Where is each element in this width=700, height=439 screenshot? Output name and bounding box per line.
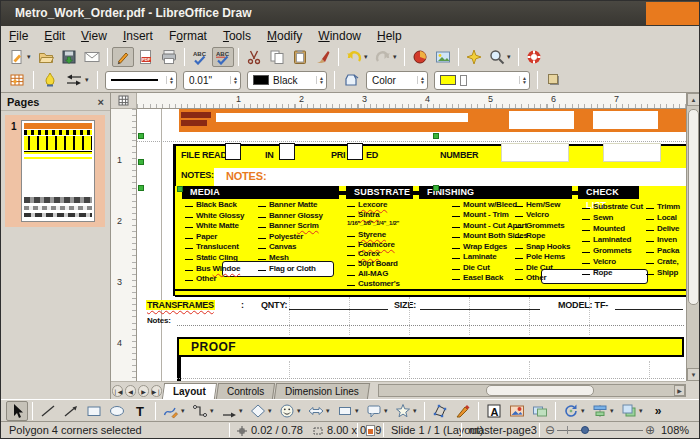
arrange-dropdown-icon[interactable]: ▾ xyxy=(639,407,646,415)
line-ends-style-icon[interactable] xyxy=(63,70,85,90)
ellipse-icon[interactable] xyxy=(106,401,128,421)
horizontal-ruler[interactable]: 1234567 xyxy=(137,93,686,109)
menu-insert[interactable]: Insert xyxy=(115,27,161,45)
callout-icon[interactable] xyxy=(363,401,385,421)
redo-icon[interactable] xyxy=(372,47,394,67)
connector-icon[interactable] xyxy=(189,401,211,421)
horizontal-scroll-thumb[interactable] xyxy=(486,385,594,396)
basic-shapes-dropdown-icon[interactable]: ▾ xyxy=(268,407,275,415)
rotate-dropdown-icon[interactable]: ▾ xyxy=(581,407,588,415)
curve-dropdown-icon[interactable]: ▾ xyxy=(181,407,188,415)
selection-handle[interactable] xyxy=(138,159,144,165)
new-document-dropdown-icon[interactable]: ▾ xyxy=(27,53,34,61)
selection-handle[interactable] xyxy=(177,186,183,192)
callout-dropdown-icon[interactable]: ▾ xyxy=(384,407,391,415)
tab-controls[interactable]: Controls xyxy=(216,383,275,399)
shadow-icon[interactable] xyxy=(543,70,565,90)
block-arrows-dropdown-icon[interactable]: ▾ xyxy=(326,407,333,415)
star-icon[interactable] xyxy=(392,401,414,421)
image-icon[interactable] xyxy=(432,47,454,67)
tab-layout[interactable]: Layout xyxy=(162,383,217,399)
zoom-out-icon[interactable]: ⊖ xyxy=(545,423,555,437)
menu-format[interactable]: Format xyxy=(161,27,215,45)
rect-icon[interactable] xyxy=(83,401,105,421)
page-thumbnail[interactable] xyxy=(21,120,95,222)
chart-icon[interactable] xyxy=(409,47,431,67)
first-page-tab-icon[interactable]: ❘◀ xyxy=(112,385,123,397)
line-icon[interactable] xyxy=(37,401,59,421)
line-arrow-icon[interactable] xyxy=(218,401,240,421)
line-width-input[interactable]: 0.01"▲▼ xyxy=(183,71,241,90)
zoom-dropdown-icon[interactable]: ▾ xyxy=(507,53,514,61)
horizontal-scrollbar[interactable]: ▶ xyxy=(378,384,686,397)
paste-icon[interactable] xyxy=(289,47,311,67)
selection-handle[interactable] xyxy=(138,185,144,191)
vertical-scrollbar[interactable]: ▲ ▼ xyxy=(686,93,699,381)
area-style-icon[interactable] xyxy=(340,70,362,90)
next-page-tab-icon[interactable]: ▶ xyxy=(138,385,149,397)
help-icon[interactable] xyxy=(523,47,545,67)
navigator-icon[interactable] xyxy=(463,47,485,67)
text-icon[interactable]: T xyxy=(129,401,151,421)
spelling-icon[interactable]: ABC xyxy=(189,47,211,67)
vertical-scroll-thumb[interactable] xyxy=(688,109,699,305)
document-modified-icon[interactable] xyxy=(365,425,376,438)
menu-window[interactable]: Window xyxy=(310,27,369,45)
curve-icon[interactable] xyxy=(160,401,182,421)
rotate-icon[interactable] xyxy=(560,401,582,421)
edit-mode-icon[interactable] xyxy=(112,47,134,67)
connector-dropdown-icon[interactable]: ▾ xyxy=(210,407,217,415)
menu-edit[interactable]: Edit xyxy=(36,27,73,45)
flowchart-dropdown-icon[interactable]: ▾ xyxy=(355,407,362,415)
scroll-up-icon[interactable]: ▲ xyxy=(687,93,700,106)
save-icon[interactable] xyxy=(58,47,80,67)
scroll-down-icon[interactable]: ▼ xyxy=(687,368,700,381)
tab-dimension-lines[interactable]: Dimension Lines xyxy=(274,383,370,399)
zoom-in-icon[interactable]: ⊕ xyxy=(645,423,655,437)
gallery-icon[interactable] xyxy=(529,401,551,421)
arrange-icon[interactable] xyxy=(618,401,640,421)
zoom-icon[interactable] xyxy=(486,47,508,67)
master-page-name[interactable]: master-page3 xyxy=(469,424,537,436)
menu-help[interactable]: Help xyxy=(369,27,410,45)
fill-color-select[interactable]: ▲▼ xyxy=(434,71,530,90)
display-grid-icon[interactable] xyxy=(6,70,28,90)
line-arrow-dropdown-icon[interactable]: ▾ xyxy=(239,407,246,415)
insert-image-icon[interactable] xyxy=(506,401,528,421)
flowchart-icon[interactable] xyxy=(334,401,356,421)
proof-bar[interactable] xyxy=(177,337,684,357)
symbol-shapes-dropdown-icon[interactable]: ▾ xyxy=(297,407,304,415)
zoom-slider[interactable] xyxy=(557,430,643,431)
align-dropdown-icon[interactable]: ▾ xyxy=(610,407,617,415)
block-arrows-icon[interactable] xyxy=(305,401,327,421)
selection-handle[interactable] xyxy=(433,185,439,191)
menu-view[interactable]: View xyxy=(73,27,115,45)
fontwork-icon[interactable]: A xyxy=(483,401,505,421)
fill-type-select[interactable]: Color▲▼ xyxy=(366,71,428,90)
new-document-icon[interactable] xyxy=(6,47,28,67)
prev-page-tab-icon[interactable]: ◀ xyxy=(125,385,136,397)
selection-handle[interactable] xyxy=(138,133,144,139)
drawing-canvas[interactable]: FILE READ IN PRI ED NUMBER NOTES: NOTES:… xyxy=(137,109,686,381)
basic-shapes-icon[interactable] xyxy=(247,401,269,421)
cut-icon[interactable] xyxy=(243,47,265,67)
clone-formatting-icon[interactable] xyxy=(312,47,334,67)
close-icon[interactable]: × xyxy=(98,96,104,108)
vertical-ruler[interactable]: 1234 xyxy=(111,109,137,381)
email-icon[interactable] xyxy=(81,47,103,67)
arrow-icon[interactable] xyxy=(60,401,82,421)
last-page-tab-icon[interactable]: ▶❘ xyxy=(151,385,162,397)
scroll-right-icon[interactable]: ▶ xyxy=(674,385,685,396)
export-pdf-icon[interactable]: PDF xyxy=(135,47,157,67)
menu-tools[interactable]: Tools xyxy=(215,27,259,45)
edit-points-icon[interactable] xyxy=(429,401,451,421)
more-icon[interactable]: » xyxy=(647,401,669,421)
undo-dropdown-icon[interactable]: ▾ xyxy=(364,53,371,61)
align-icon[interactable] xyxy=(589,401,611,421)
zoom-slider-thumb[interactable] xyxy=(581,426,589,434)
open-folder-icon[interactable] xyxy=(35,47,57,67)
copy-icon[interactable] xyxy=(266,47,288,67)
auto-spellcheck-icon[interactable]: ABC xyxy=(212,47,234,67)
print-icon[interactable] xyxy=(158,47,180,67)
snap-lines-icon[interactable] xyxy=(39,70,61,90)
